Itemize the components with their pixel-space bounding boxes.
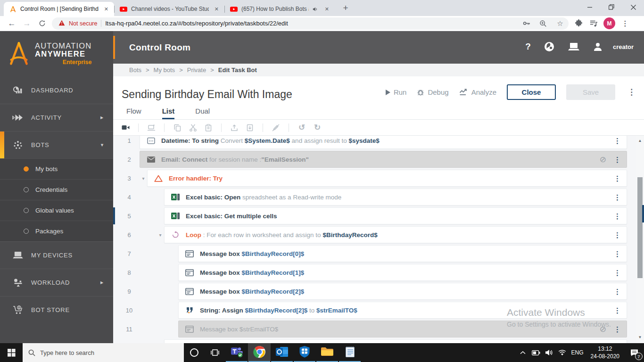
close-window-button[interactable] [622,0,644,14]
browser-profile-avatar[interactable]: M [603,17,615,29]
list-row[interactable]: 6▾Loop : For each row in worksheet and a… [119,226,627,243]
pen-disabled-icon[interactable] [271,124,281,132]
start-button[interactable] [0,343,23,362]
task-view-icon[interactable] [205,343,225,362]
collapse-caret-icon[interactable]: ▾ [140,176,147,181]
browser-tab[interactable]: Control Room | [Sending Birthda✕ [4,2,114,16]
collapse-caret-icon[interactable]: ▾ [157,232,164,238]
taskbar-app-defender[interactable] [293,343,316,362]
paste-icon[interactable] [204,124,213,132]
cut-icon[interactable] [188,124,198,132]
devices-icon[interactable] [568,42,580,51]
sidebar-item-dashboard[interactable]: DASHBOARD [0,76,113,104]
analyze-button[interactable]: Analyze [459,88,496,96]
list-row[interactable]: 8Message box $BirthdayRecord[1]$⋮ [119,264,627,281]
upload-icon[interactable] [230,124,239,132]
breadcrumb-item[interactable]: Private [187,66,206,74]
scrollbar[interactable]: ▲ ▼ [636,136,644,343]
tab-close-icon[interactable]: ✕ [102,5,110,13]
back-icon[interactable]: ← [5,17,19,30]
row-menu-icon[interactable]: ⋮ [614,156,621,163]
taskbar-app-teams[interactable] [225,343,248,362]
sidebar-subitem-global-values[interactable]: Global values [0,200,113,221]
action-card[interactable]: Excel basic: Get multiple cells⋮ [164,207,627,224]
list-row[interactable]: 11Message box $strEmailTO$⊘⋮ [119,321,627,337]
search-input[interactable] [40,349,163,356]
debug-button[interactable]: Debug [417,88,448,96]
capture-icon[interactable] [147,124,156,131]
sidebar-item-my-devices[interactable]: MY DEVICES [0,241,113,269]
tab-close-icon[interactable]: ✕ [213,5,221,13]
wifi-icon[interactable] [556,343,569,362]
action-card[interactable]: Excel basic: Open spreadsheet as a Read-… [164,189,627,206]
list-row[interactable]: 7Message box $BirthdayRecord[0]$⋮ [119,245,627,262]
list-row[interactable]: 1Datetime: To string Convert $System.Dat… [119,136,627,149]
volume-icon[interactable] [543,343,556,362]
forward-icon[interactable]: → [20,17,34,30]
sidebar-item-bot-store[interactable]: BOT STORE [0,296,113,323]
zoom-icon[interactable] [537,18,550,29]
row-menu-icon[interactable]: ⋮ [614,288,621,295]
list-row[interactable]: 5Excel basic: Get multiple cells⋮ [119,207,627,224]
globe-icon[interactable] [544,41,554,52]
taskbar-app-chrome[interactable] [248,343,271,362]
sidebar-subitem-credentials[interactable]: Credentials [0,179,113,200]
scrollbar-thumb[interactable] [637,177,643,278]
url-bar[interactable]: Not secure ltsa-hq-rpa04.neotel.co.za/#/… [52,17,569,30]
help-icon[interactable]: ? [525,41,531,52]
scroll-down-icon[interactable]: ▼ [636,335,644,339]
security-label[interactable]: Not secure [69,20,97,27]
action-card[interactable]: Datetime: To string Convert $System.Date… [140,136,627,149]
list-row[interactable]: 10String: Assign $BirthdayRecord[2]$ to … [119,302,627,319]
sidebar-subitem-my-bots[interactable]: My bots [0,158,113,179]
row-menu-icon[interactable]: ⋮ [614,231,621,239]
list-row[interactable]: 9Message box $BirthdayRecord[2]$⋮ [119,283,627,300]
row-menu-icon[interactable]: ⋮ [614,250,621,257]
row-menu-icon[interactable]: ⋮ [614,194,621,201]
breadcrumb-item[interactable]: Bots [129,66,141,74]
action-card[interactable]: Message box $BirthdayRecord[0]$⋮ [178,245,627,262]
copy-icon[interactable] [173,124,182,132]
more-actions-icon[interactable]: ⋮ [626,87,637,97]
list-row[interactable]: 4Excel basic: Open spreadsheet as a Read… [119,189,627,206]
sidebar-item-activity[interactable]: ACTIVITY▶ [0,104,113,131]
hidden-icons-chevron[interactable] [516,343,529,362]
list-row[interactable]: 2Email: Connect for session name :"Email… [119,151,627,168]
breadcrumb-item[interactable]: My bots [154,66,175,74]
battery-icon[interactable] [529,343,543,362]
sidebar-item-workload[interactable]: WORKLOAD▶ [0,269,113,296]
user-icon[interactable] [593,42,603,51]
undo-icon[interactable]: ↺ [297,123,306,132]
taskbar-app-explorer[interactable] [316,343,339,362]
playlist-extension-icon[interactable] [586,17,601,30]
tab-close-icon[interactable]: ✕ [323,5,331,13]
new-tab-button[interactable]: + [339,2,352,14]
taskbar-app-outlook[interactable] [271,343,293,362]
camera-icon[interactable] [121,124,130,131]
sidebar-item-bots[interactable]: BOTS▾ [0,131,113,158]
restore-button[interactable] [601,0,622,14]
action-card[interactable]: Message box $BirthdayRecord[2]$⋮ [178,283,627,300]
url-text[interactable]: ltsa-hq-rpa04.neotel.co.za/#/bots/reposi… [105,20,516,27]
browser-tab[interactable]: (657) How to Publish Bots an✕ [224,2,335,16]
list-row[interactable]: 3▾Error handler: Try⋮ [119,170,627,187]
list-row[interactable]: 12⋮ [119,339,627,343]
tab-list[interactable]: List [162,107,175,119]
row-menu-icon[interactable]: ⋮ [614,269,621,276]
action-card[interactable]: Error handler: Try⋮ [147,170,627,187]
row-menu-icon[interactable]: ⋮ [614,326,621,333]
row-menu-icon[interactable]: ⋮ [614,213,621,220]
action-card[interactable]: ⋮ [164,339,627,343]
browser-tab[interactable]: Channel videos - YouTube Studio✕ [114,2,224,16]
action-card[interactable]: String: Assign $BirthdayRecord[2]$ to $s… [178,302,627,319]
browser-menu-icon[interactable]: ⋮ [618,17,632,30]
close-button[interactable]: Close [507,84,556,100]
save-button[interactable]: Save [566,84,615,100]
sidebar-subitem-packages[interactable]: Packages [0,221,113,241]
scroll-up-icon[interactable]: ▲ [636,139,644,143]
action-card[interactable]: Message box $BirthdayRecord[1]$⋮ [178,264,627,281]
tab-dual[interactable]: Dual [195,107,210,119]
action-card[interactable]: Loop : For each row in worksheet and ass… [164,226,627,243]
cortana-icon[interactable] [184,343,205,362]
run-button[interactable]: Run [386,88,407,96]
